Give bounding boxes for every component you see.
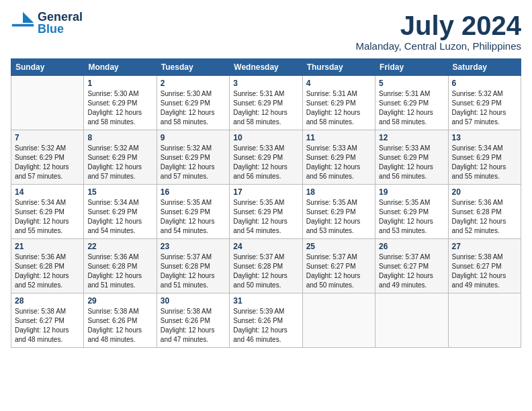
calendar-cell: 30Sunrise: 5:38 AM Sunset: 6:26 PM Dayli… [157,293,229,348]
month-title: July 2024 [355,11,521,40]
day-info: Sunrise: 5:37 AM Sunset: 6:27 PM Dayligh… [379,253,444,290]
day-number: 1 [87,79,152,88]
calendar-cell [302,293,375,348]
col-friday: Friday [375,59,448,76]
calendar-cell: 23Sunrise: 5:37 AM Sunset: 6:28 PM Dayli… [157,239,229,293]
title-area: July 2024 Malanday, Central Luzon, Phili… [355,11,521,52]
calendar-cell [448,293,521,348]
day-number: 22 [87,242,152,251]
calendar-header: Sunday Monday Tuesday Wednesday Thursday… [11,59,521,76]
calendar-cell: 2Sunrise: 5:30 AM Sunset: 6:29 PM Daylig… [157,76,229,130]
day-number: 12 [379,133,444,142]
day-number: 13 [452,133,517,142]
day-info: Sunrise: 5:34 AM Sunset: 6:29 PM Dayligh… [452,144,517,181]
day-info: Sunrise: 5:31 AM Sunset: 6:29 PM Dayligh… [306,89,371,127]
day-number: 10 [233,133,298,142]
day-info: Sunrise: 5:37 AM Sunset: 6:27 PM Dayligh… [306,253,371,290]
day-number: 16 [161,187,226,197]
col-monday: Monday [84,59,157,76]
day-info: Sunrise: 5:36 AM Sunset: 6:28 PM Dayligh… [15,253,80,290]
day-info: Sunrise: 5:33 AM Sunset: 6:29 PM Dayligh… [306,144,371,181]
logo-brand: General Blue [38,11,83,35]
day-info: Sunrise: 5:38 AM Sunset: 6:27 PM Dayligh… [452,253,517,290]
day-number: 21 [15,242,80,251]
calendar-cell: 9Sunrise: 5:32 AM Sunset: 6:29 PM Daylig… [157,130,229,185]
day-info: Sunrise: 5:39 AM Sunset: 6:26 PM Dayligh… [233,307,298,345]
day-info: Sunrise: 5:36 AM Sunset: 6:28 PM Dayligh… [452,198,517,236]
day-info: Sunrise: 5:35 AM Sunset: 6:29 PM Dayligh… [306,198,371,236]
day-info: Sunrise: 5:35 AM Sunset: 6:29 PM Dayligh… [233,198,298,236]
calendar-cell: 3Sunrise: 5:31 AM Sunset: 6:29 PM Daylig… [230,76,302,130]
calendar-cell: 22Sunrise: 5:36 AM Sunset: 6:28 PM Dayli… [84,239,157,293]
calendar-cell: 19Sunrise: 5:35 AM Sunset: 6:29 PM Dayli… [375,185,448,239]
calendar-cell: 26Sunrise: 5:37 AM Sunset: 6:27 PM Dayli… [375,239,448,293]
calendar-cell: 17Sunrise: 5:35 AM Sunset: 6:29 PM Dayli… [230,185,302,239]
day-info: Sunrise: 5:37 AM Sunset: 6:28 PM Dayligh… [233,253,298,290]
day-info: Sunrise: 5:30 AM Sunset: 6:29 PM Dayligh… [161,89,226,127]
calendar-cell: 27Sunrise: 5:38 AM Sunset: 6:27 PM Dayli… [448,239,521,293]
calendar-cell: 28Sunrise: 5:38 AM Sunset: 6:27 PM Dayli… [11,293,84,348]
calendar-cell: 11Sunrise: 5:33 AM Sunset: 6:29 PM Dayli… [302,130,375,185]
day-info: Sunrise: 5:35 AM Sunset: 6:29 PM Dayligh… [161,198,226,236]
day-info: Sunrise: 5:32 AM Sunset: 6:29 PM Dayligh… [161,144,226,181]
week-row: 1Sunrise: 5:30 AM Sunset: 6:29 PM Daylig… [11,76,521,130]
day-number: 18 [306,187,371,197]
logo: General Blue [11,11,83,35]
day-number: 26 [379,242,444,251]
day-number: 20 [452,187,517,197]
day-number: 5 [379,79,444,88]
calendar-cell: 25Sunrise: 5:37 AM Sunset: 6:27 PM Dayli… [302,239,375,293]
day-number: 15 [87,187,152,197]
calendar-cell: 13Sunrise: 5:34 AM Sunset: 6:29 PM Dayli… [448,130,521,185]
day-number: 14 [15,187,80,197]
day-number: 4 [306,79,371,88]
col-tuesday: Tuesday [157,59,229,76]
logo-icon [11,11,35,35]
day-info: Sunrise: 5:38 AM Sunset: 6:26 PM Dayligh… [161,307,226,345]
calendar-cell: 21Sunrise: 5:36 AM Sunset: 6:28 PM Dayli… [11,239,84,293]
day-info: Sunrise: 5:32 AM Sunset: 6:29 PM Dayligh… [87,144,152,181]
day-number: 29 [87,296,152,306]
week-row: 14Sunrise: 5:34 AM Sunset: 6:29 PM Dayli… [11,185,521,239]
day-info: Sunrise: 5:36 AM Sunset: 6:28 PM Dayligh… [87,253,152,290]
page-header: General Blue July 2024 Malanday, Central… [11,11,521,52]
calendar-cell: 4Sunrise: 5:31 AM Sunset: 6:29 PM Daylig… [302,76,375,130]
calendar-cell: 24Sunrise: 5:37 AM Sunset: 6:28 PM Dayli… [230,239,302,293]
col-thursday: Thursday [302,59,375,76]
day-info: Sunrise: 5:33 AM Sunset: 6:29 PM Dayligh… [233,144,298,181]
logo-general-text: General [38,11,83,23]
header-row: Sunday Monday Tuesday Wednesday Thursday… [11,59,521,76]
calendar-table: Sunday Monday Tuesday Wednesday Thursday… [11,58,521,348]
day-info: Sunrise: 5:31 AM Sunset: 6:29 PM Dayligh… [233,89,298,127]
day-number: 17 [233,187,298,197]
location-title: Malanday, Central Luzon, Philippines [355,40,521,52]
day-number: 3 [233,79,298,88]
day-number: 9 [161,133,226,142]
calendar-cell: 18Sunrise: 5:35 AM Sunset: 6:29 PM Dayli… [302,185,375,239]
calendar-cell: 12Sunrise: 5:33 AM Sunset: 6:29 PM Dayli… [375,130,448,185]
day-number: 8 [87,133,152,142]
day-info: Sunrise: 5:35 AM Sunset: 6:29 PM Dayligh… [379,198,444,236]
day-number: 2 [161,79,226,88]
col-sunday: Sunday [11,59,84,76]
day-number: 11 [306,133,371,142]
col-saturday: Saturday [448,59,521,76]
col-wednesday: Wednesday [230,59,302,76]
calendar-cell: 8Sunrise: 5:32 AM Sunset: 6:29 PM Daylig… [84,130,157,185]
calendar-cell [11,76,84,130]
day-info: Sunrise: 5:31 AM Sunset: 6:29 PM Dayligh… [379,89,444,127]
svg-marker-0 [23,12,34,23]
day-number: 19 [379,187,444,197]
week-row: 7Sunrise: 5:32 AM Sunset: 6:29 PM Daylig… [11,130,521,185]
calendar-cell: 31Sunrise: 5:39 AM Sunset: 6:26 PM Dayli… [230,293,302,348]
day-number: 7 [15,133,80,142]
day-number: 24 [233,242,298,251]
day-info: Sunrise: 5:38 AM Sunset: 6:27 PM Dayligh… [15,307,80,345]
week-row: 21Sunrise: 5:36 AM Sunset: 6:28 PM Dayli… [11,239,521,293]
logo-blue-text: Blue [38,23,83,35]
calendar-cell: 29Sunrise: 5:38 AM Sunset: 6:26 PM Dayli… [84,293,157,348]
calendar-body: 1Sunrise: 5:30 AM Sunset: 6:29 PM Daylig… [11,76,521,348]
calendar-cell: 15Sunrise: 5:34 AM Sunset: 6:29 PM Dayli… [84,185,157,239]
week-row: 28Sunrise: 5:38 AM Sunset: 6:27 PM Dayli… [11,293,521,348]
calendar-cell: 10Sunrise: 5:33 AM Sunset: 6:29 PM Dayli… [230,130,302,185]
